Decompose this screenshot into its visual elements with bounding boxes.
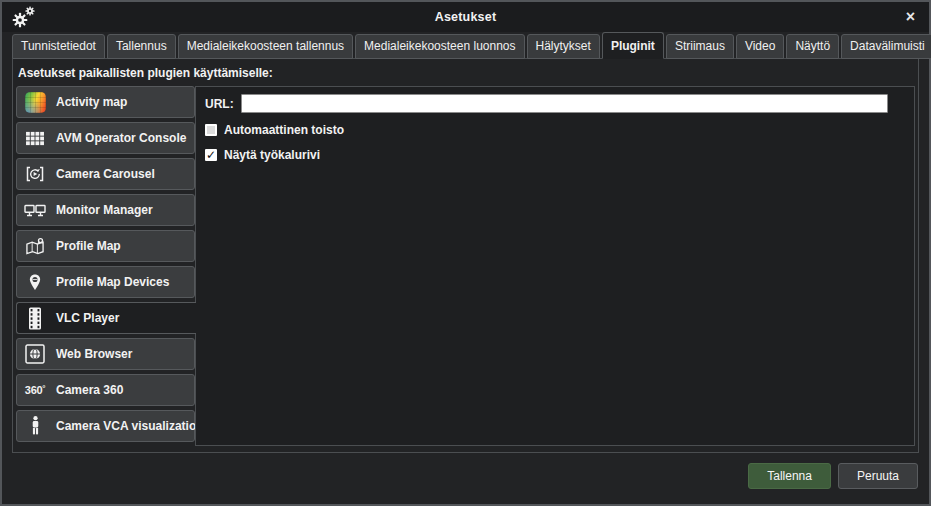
tab-h-lytykset[interactable]: Hälytykset: [527, 34, 600, 59]
window-title: Asetukset: [2, 10, 929, 24]
panel-body: Activity mapAVM Operator ConsoleCamera C…: [13, 86, 918, 446]
filmstrip-icon: [22, 306, 48, 330]
plugins-tab-panel: Asetukset paikallisten plugien käyttämis…: [12, 58, 919, 453]
tab-medialeikekoosteen-tallennus[interactable]: Medialeikekoosteen tallennus: [178, 34, 353, 59]
globe-icon: [22, 342, 48, 366]
plugin-item-vlc-player[interactable]: VLC Player: [16, 302, 196, 334]
plugin-item-avm-operator-console[interactable]: AVM Operator Console: [16, 122, 195, 154]
camera-360-icon: 360°: [22, 378, 48, 402]
plugin-item-label: Camera 360: [56, 383, 123, 397]
cancel-button[interactable]: Peruuta: [838, 463, 918, 489]
plugin-item-label: Camera VCA visualization: [56, 419, 204, 433]
tab-datav-limuisti[interactable]: Datavälimuisti: [841, 34, 931, 59]
plugin-item-label: Profile Map: [56, 239, 121, 253]
settings-window: Asetukset × TunnistetiedotTallennusMedia…: [0, 0, 931, 506]
dual-monitors-icon: [22, 198, 48, 222]
plugin-item-camera-360[interactable]: 360°Camera 360: [16, 374, 195, 406]
checkbox-row-automaattinen-toisto[interactable]: Automaattinen toisto: [205, 123, 344, 137]
plugin-item-camera-vca-visualization[interactable]: Camera VCA visualization: [16, 410, 195, 442]
plugin-item-label: Activity map: [56, 95, 127, 109]
profile-map-icon: [22, 234, 48, 258]
plugin-item-activity-map[interactable]: Activity map: [16, 86, 195, 118]
tab-tunnistetiedot[interactable]: Tunnistetiedot: [12, 34, 105, 59]
close-icon[interactable]: ×: [902, 7, 919, 27]
url-label: URL:: [205, 97, 234, 111]
tab-video[interactable]: Video: [736, 34, 784, 59]
url-input[interactable]: [241, 94, 888, 113]
plugin-item-camera-carousel[interactable]: Camera Carousel: [16, 158, 195, 190]
plugin-item-label: Monitor Manager: [56, 203, 153, 217]
video-wall-grid-icon: [22, 126, 48, 150]
plugin-item-web-browser[interactable]: Web Browser: [16, 338, 195, 370]
plugin-item-label: Web Browser: [56, 347, 132, 361]
tab-striimaus[interactable]: Striimaus: [666, 34, 734, 59]
tab-tallennus[interactable]: Tallennus: [107, 34, 176, 59]
tab-pluginit[interactable]: Pluginit: [602, 32, 664, 59]
plugin-item-label: VLC Player: [56, 311, 119, 325]
checkbox-unchecked-icon[interactable]: [205, 124, 217, 136]
plugin-settings-panel: URL: Automaattinen toisto✓Näytä työkalur…: [195, 86, 915, 446]
plugin-item-profile-map-devices[interactable]: Profile Map Devices: [16, 266, 195, 298]
save-button[interactable]: Tallenna: [748, 463, 831, 489]
tab-medialeikekoosteen-luonnos[interactable]: Medialeikekoosteen luonnos: [355, 34, 524, 59]
section-label: Asetukset paikallisten plugien käyttämis…: [13, 59, 918, 86]
checkbox-row-n-yt-ty-kalurivi[interactable]: ✓Näytä työkalurivi: [205, 148, 320, 162]
person-icon: [22, 414, 48, 438]
plugin-list: Activity mapAVM Operator ConsoleCamera C…: [16, 86, 195, 446]
title-bar: Asetukset ×: [2, 2, 929, 32]
plugin-item-label: AVM Operator Console: [56, 131, 186, 145]
activity-map-icon: [22, 90, 48, 114]
checkbox-label: Näytä työkalurivi: [224, 148, 320, 162]
plugin-item-label: Camera Carousel: [56, 167, 155, 181]
checkbox-label: Automaattinen toisto: [224, 123, 344, 137]
plugin-item-monitor-manager[interactable]: Monitor Manager: [16, 194, 195, 226]
checkbox-list: Automaattinen toisto✓Näytä työkalurivi: [205, 123, 905, 162]
camera-carousel-icon: [22, 162, 48, 186]
url-row: URL:: [205, 94, 905, 113]
tab-strip: TunnistetiedotTallennusMedialeikekoostee…: [12, 32, 919, 58]
footer: Tallenna Peruuta: [2, 453, 929, 504]
map-pin-icon: [22, 270, 48, 294]
tab-n-ytt[interactable]: Näyttö: [786, 34, 839, 59]
plugin-item-profile-map[interactable]: Profile Map: [16, 230, 195, 262]
checkbox-checked-icon[interactable]: ✓: [205, 149, 217, 161]
plugin-item-label: Profile Map Devices: [56, 275, 169, 289]
tab-strip-wrap: TunnistetiedotTallennusMedialeikekoostee…: [2, 32, 929, 58]
